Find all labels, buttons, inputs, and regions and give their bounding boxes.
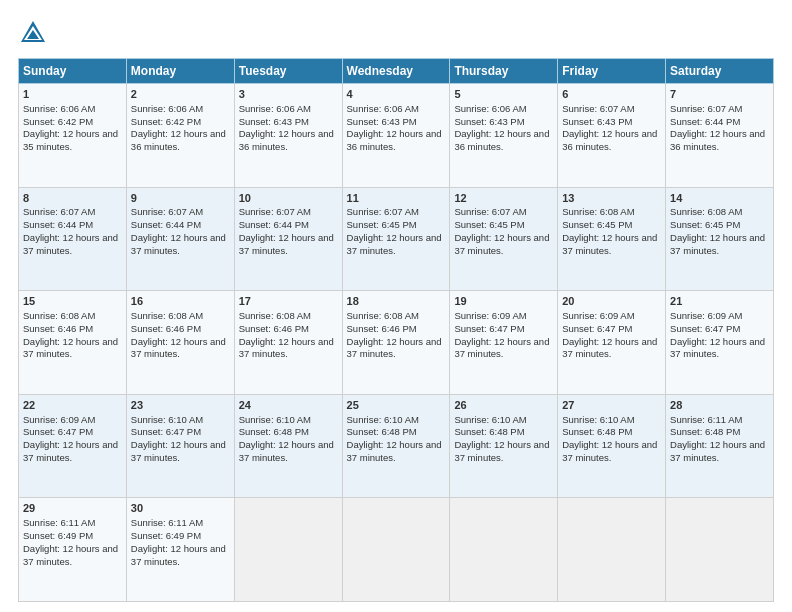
day-number: 22 xyxy=(23,398,122,413)
calendar-cell xyxy=(234,498,342,602)
calendar-header-tuesday: Tuesday xyxy=(234,59,342,84)
day-number: 9 xyxy=(131,191,230,206)
calendar-header-thursday: Thursday xyxy=(450,59,558,84)
calendar-week-row: 29Sunrise: 6:11 AMSunset: 6:49 PMDayligh… xyxy=(19,498,774,602)
logo-icon xyxy=(18,18,48,48)
calendar-cell: 16Sunrise: 6:08 AMSunset: 6:46 PMDayligh… xyxy=(126,291,234,395)
day-number: 17 xyxy=(239,294,338,309)
calendar-cell: 30Sunrise: 6:11 AMSunset: 6:49 PMDayligh… xyxy=(126,498,234,602)
calendar-cell: 12Sunrise: 6:07 AMSunset: 6:45 PMDayligh… xyxy=(450,187,558,291)
day-number: 10 xyxy=(239,191,338,206)
calendar-cell: 11Sunrise: 6:07 AMSunset: 6:45 PMDayligh… xyxy=(342,187,450,291)
calendar-header-saturday: Saturday xyxy=(666,59,774,84)
day-number: 1 xyxy=(23,87,122,102)
day-number: 28 xyxy=(670,398,769,413)
day-number: 14 xyxy=(670,191,769,206)
calendar-cell: 17Sunrise: 6:08 AMSunset: 6:46 PMDayligh… xyxy=(234,291,342,395)
header xyxy=(18,18,774,48)
calendar-cell: 25Sunrise: 6:10 AMSunset: 6:48 PMDayligh… xyxy=(342,394,450,498)
calendar-cell: 27Sunrise: 6:10 AMSunset: 6:48 PMDayligh… xyxy=(558,394,666,498)
calendar-cell: 26Sunrise: 6:10 AMSunset: 6:48 PMDayligh… xyxy=(450,394,558,498)
day-number: 19 xyxy=(454,294,553,309)
calendar-header-sunday: Sunday xyxy=(19,59,127,84)
day-number: 4 xyxy=(347,87,446,102)
day-number: 16 xyxy=(131,294,230,309)
calendar-cell: 28Sunrise: 6:11 AMSunset: 6:48 PMDayligh… xyxy=(666,394,774,498)
calendar-cell xyxy=(450,498,558,602)
calendar-cell: 8Sunrise: 6:07 AMSunset: 6:44 PMDaylight… xyxy=(19,187,127,291)
calendar-week-row: 8Sunrise: 6:07 AMSunset: 6:44 PMDaylight… xyxy=(19,187,774,291)
calendar-cell: 20Sunrise: 6:09 AMSunset: 6:47 PMDayligh… xyxy=(558,291,666,395)
day-number: 26 xyxy=(454,398,553,413)
calendar-cell: 13Sunrise: 6:08 AMSunset: 6:45 PMDayligh… xyxy=(558,187,666,291)
calendar-cell: 14Sunrise: 6:08 AMSunset: 6:45 PMDayligh… xyxy=(666,187,774,291)
calendar-cell: 23Sunrise: 6:10 AMSunset: 6:47 PMDayligh… xyxy=(126,394,234,498)
calendar-header-monday: Monday xyxy=(126,59,234,84)
calendar-header-friday: Friday xyxy=(558,59,666,84)
day-number: 15 xyxy=(23,294,122,309)
day-number: 30 xyxy=(131,501,230,516)
calendar-week-row: 15Sunrise: 6:08 AMSunset: 6:46 PMDayligh… xyxy=(19,291,774,395)
calendar-cell: 15Sunrise: 6:08 AMSunset: 6:46 PMDayligh… xyxy=(19,291,127,395)
day-number: 5 xyxy=(454,87,553,102)
calendar-header-row: SundayMondayTuesdayWednesdayThursdayFrid… xyxy=(19,59,774,84)
logo xyxy=(18,18,52,48)
calendar-cell: 6Sunrise: 6:07 AMSunset: 6:43 PMDaylight… xyxy=(558,84,666,188)
day-number: 12 xyxy=(454,191,553,206)
calendar-cell: 7Sunrise: 6:07 AMSunset: 6:44 PMDaylight… xyxy=(666,84,774,188)
calendar-cell: 22Sunrise: 6:09 AMSunset: 6:47 PMDayligh… xyxy=(19,394,127,498)
calendar-header-wednesday: Wednesday xyxy=(342,59,450,84)
day-number: 20 xyxy=(562,294,661,309)
day-number: 25 xyxy=(347,398,446,413)
day-number: 8 xyxy=(23,191,122,206)
calendar-cell: 19Sunrise: 6:09 AMSunset: 6:47 PMDayligh… xyxy=(450,291,558,395)
day-number: 18 xyxy=(347,294,446,309)
calendar-cell: 10Sunrise: 6:07 AMSunset: 6:44 PMDayligh… xyxy=(234,187,342,291)
calendar-cell: 3Sunrise: 6:06 AMSunset: 6:43 PMDaylight… xyxy=(234,84,342,188)
calendar-table: SundayMondayTuesdayWednesdayThursdayFrid… xyxy=(18,58,774,602)
day-number: 24 xyxy=(239,398,338,413)
calendar-cell: 1Sunrise: 6:06 AMSunset: 6:42 PMDaylight… xyxy=(19,84,127,188)
day-number: 7 xyxy=(670,87,769,102)
day-number: 2 xyxy=(131,87,230,102)
day-number: 23 xyxy=(131,398,230,413)
day-number: 27 xyxy=(562,398,661,413)
calendar-cell: 21Sunrise: 6:09 AMSunset: 6:47 PMDayligh… xyxy=(666,291,774,395)
calendar-cell xyxy=(342,498,450,602)
day-number: 6 xyxy=(562,87,661,102)
day-number: 11 xyxy=(347,191,446,206)
calendar-cell: 5Sunrise: 6:06 AMSunset: 6:43 PMDaylight… xyxy=(450,84,558,188)
calendar-cell: 2Sunrise: 6:06 AMSunset: 6:42 PMDaylight… xyxy=(126,84,234,188)
day-number: 29 xyxy=(23,501,122,516)
calendar-week-row: 1Sunrise: 6:06 AMSunset: 6:42 PMDaylight… xyxy=(19,84,774,188)
calendar-cell: 18Sunrise: 6:08 AMSunset: 6:46 PMDayligh… xyxy=(342,291,450,395)
day-number: 13 xyxy=(562,191,661,206)
day-number: 21 xyxy=(670,294,769,309)
page: SundayMondayTuesdayWednesdayThursdayFrid… xyxy=(0,0,792,612)
calendar-cell: 4Sunrise: 6:06 AMSunset: 6:43 PMDaylight… xyxy=(342,84,450,188)
calendar-cell: 24Sunrise: 6:10 AMSunset: 6:48 PMDayligh… xyxy=(234,394,342,498)
calendar-week-row: 22Sunrise: 6:09 AMSunset: 6:47 PMDayligh… xyxy=(19,394,774,498)
calendar-cell xyxy=(558,498,666,602)
calendar-cell: 9Sunrise: 6:07 AMSunset: 6:44 PMDaylight… xyxy=(126,187,234,291)
calendar-cell: 29Sunrise: 6:11 AMSunset: 6:49 PMDayligh… xyxy=(19,498,127,602)
calendar-cell xyxy=(666,498,774,602)
day-number: 3 xyxy=(239,87,338,102)
